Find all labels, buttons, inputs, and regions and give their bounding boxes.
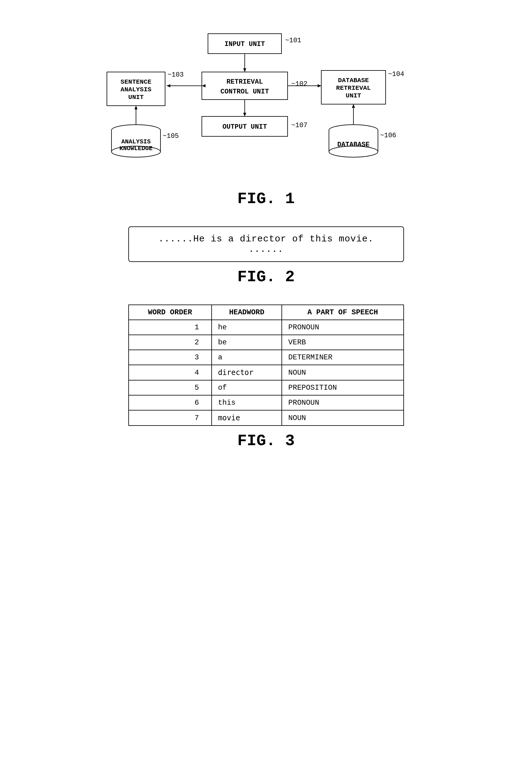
fig2-sentence-text: ......He is a director of this movie. ..… (158, 234, 374, 255)
svg-text:OUTPUT UNIT: OUTPUT UNIT (222, 123, 267, 131)
cell-word-order: 3 (128, 350, 212, 365)
cell-pos: VERB (282, 335, 404, 350)
svg-text:~101: ~101 (285, 37, 301, 44)
table-header-row: WORD ORDER HEADWORD A PART OF SPEECH (128, 305, 404, 320)
fig3-table-container: WORD ORDER HEADWORD A PART OF SPEECH 1he… (128, 304, 404, 426)
svg-text:INPUT  UNIT: INPUT UNIT (224, 40, 265, 48)
cell-pos: NOUN (282, 410, 404, 426)
svg-text:ANALYSIS: ANALYSIS (120, 86, 151, 93)
svg-marker-11 (167, 84, 170, 87)
svg-marker-4 (243, 68, 246, 72)
cell-pos: PRONOUN (282, 320, 404, 335)
cell-headword: of (212, 380, 282, 395)
cell-headword: this (212, 395, 282, 410)
svg-text:~106: ~106 (380, 132, 396, 139)
cell-headword: movie (212, 410, 282, 426)
cell-word-order: 1 (128, 320, 212, 335)
cell-word-order: 6 (128, 395, 212, 410)
table-row: 5ofPREPOSITION (128, 380, 404, 395)
cell-headword: he (212, 320, 282, 335)
svg-text:SENTENCE: SENTENCE (120, 79, 151, 86)
svg-text:CONTROL UNIT: CONTROL UNIT (220, 88, 269, 96)
table-row: 2beVERB (128, 335, 404, 350)
svg-marker-18 (135, 106, 138, 109)
svg-text:RETRIEVAL: RETRIEVAL (226, 78, 263, 86)
svg-text:UNIT: UNIT (128, 94, 143, 101)
svg-text:~105: ~105 (163, 132, 179, 140)
col-header-pos: A PART OF SPEECH (282, 305, 404, 320)
fig3-table: WORD ORDER HEADWORD A PART OF SPEECH 1he… (128, 304, 404, 426)
svg-marker-28 (318, 84, 321, 87)
table-row: 7movieNOUN (128, 410, 404, 426)
cell-word-order: 2 (128, 335, 212, 350)
svg-marker-35 (352, 104, 355, 108)
cell-pos: DETERMINER (282, 350, 404, 365)
fig2-sentence-box: ......He is a director of this movie. ..… (128, 227, 404, 262)
fig2-caption: FIG. 2 (18, 268, 514, 286)
svg-marker-44 (243, 113, 246, 116)
cell-word-order: 4 (128, 365, 212, 380)
fig1-caption: FIG. 1 (18, 190, 514, 208)
cell-pos: NOUN (282, 365, 404, 380)
table-row: 3aDETERMINER (128, 350, 404, 365)
cell-pos: PRONOUN (282, 395, 404, 410)
cell-headword: be (212, 335, 282, 350)
cell-word-order: 7 (128, 410, 212, 426)
fig3-caption: FIG. 3 (18, 432, 514, 450)
svg-text:ANALYSIS: ANALYSIS (121, 138, 150, 145)
table-row: 1hePRONOUN (128, 320, 404, 335)
cell-headword: a (212, 350, 282, 365)
svg-text:~102: ~102 (291, 80, 308, 88)
svg-text:~104: ~104 (388, 70, 404, 78)
cell-pos: PREPOSITION (282, 380, 404, 395)
col-header-word-order: WORD ORDER (128, 305, 212, 320)
col-header-headword: HEADWORD (212, 305, 282, 320)
svg-text:DATABASE: DATABASE (337, 141, 370, 149)
svg-text:KNOWLEDGE: KNOWLEDGE (119, 145, 152, 152)
svg-text:~103: ~103 (167, 71, 184, 79)
cell-word-order: 5 (128, 380, 212, 395)
svg-text:~107: ~107 (291, 121, 308, 129)
fig1-diagram: INPUT UNIT ~101 RETRIEVAL CONTROL UNIT ~… (98, 25, 435, 184)
svg-text:UNIT: UNIT (345, 92, 361, 99)
svg-text:DATABASE: DATABASE (338, 77, 369, 84)
cell-headword: director (212, 365, 282, 380)
svg-text:RETRIEVAL: RETRIEVAL (336, 85, 371, 92)
table-row: 6thisPRONOUN (128, 395, 404, 410)
table-row: 4directorNOUN (128, 365, 404, 380)
